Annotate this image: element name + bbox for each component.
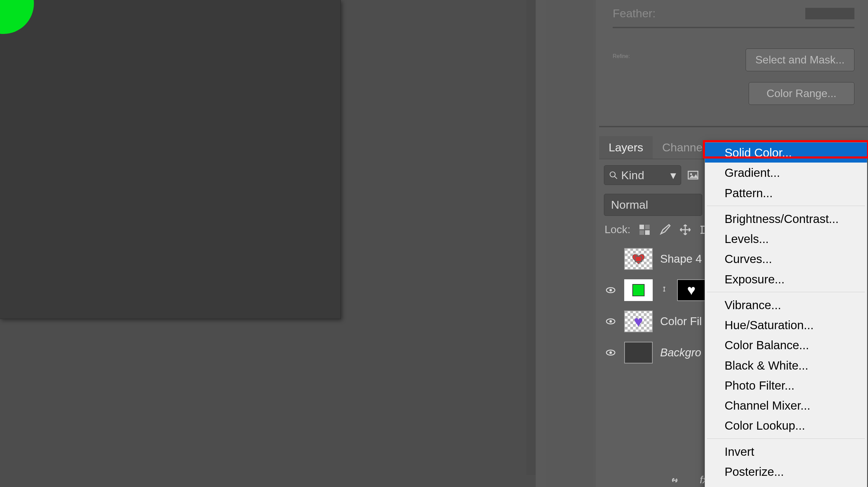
lock-transparency-icon[interactable]	[638, 224, 651, 236]
menu-item-brightness-contrast[interactable]: Brightness/Contrast...	[705, 209, 867, 229]
visibility-toggle[interactable]	[605, 346, 617, 359]
visibility-toggle[interactable]	[605, 315, 617, 327]
select-and-mask-button[interactable]: Select and Mask...	[746, 49, 854, 71]
chevron-down-icon: ▾	[670, 168, 676, 182]
svg-point-17	[609, 351, 612, 354]
visibility-toggle[interactable]	[605, 284, 617, 296]
layer-thumbnail[interactable]: ♥	[624, 311, 653, 332]
svg-rect-5	[645, 225, 650, 229]
layer-mask-thumbnail[interactable]: ♥	[677, 279, 706, 301]
menu-item-curves[interactable]: Curves...	[705, 249, 867, 269]
layer-name: Backgro	[660, 346, 701, 359]
canvas-area	[0, 0, 536, 487]
link-layers-icon[interactable]	[669, 474, 681, 486]
layer-thumbnail[interactable]	[624, 248, 653, 270]
canvas-green-shape	[0, 0, 34, 34]
layer-thumbnail[interactable]	[624, 342, 653, 363]
svg-point-3	[690, 173, 692, 175]
vertical-scrollbar[interactable]	[526, 0, 536, 475]
svg-point-15	[609, 320, 612, 323]
svg-rect-4	[639, 225, 644, 229]
filter-image-icon[interactable]	[687, 169, 699, 181]
heart-icon: ♥	[634, 312, 643, 331]
menu-item-posterize[interactable]: Posterize...	[705, 462, 867, 482]
menu-item-exposure[interactable]: Exposure...	[705, 269, 867, 289]
lock-brush-icon[interactable]	[659, 224, 671, 236]
layer-name: Color Fil	[660, 315, 702, 328]
layer-name: Shape 4	[660, 252, 702, 265]
heart-icon: ♥	[687, 282, 696, 298]
adjustment-layer-menu: Solid Color...Gradient...Pattern...Brigh…	[705, 142, 867, 487]
menu-item-channel-mixer[interactable]: Channel Mixer...	[705, 395, 867, 415]
color-range-button[interactable]: Color Range...	[749, 82, 854, 105]
menu-item-solid-color[interactable]: Solid Color...	[705, 143, 867, 163]
solid-color-swatch	[632, 284, 645, 296]
menu-item-color-balance[interactable]: Color Balance...	[705, 335, 867, 355]
blend-mode-select[interactable]: Normal	[604, 194, 702, 216]
menu-item-black-white[interactable]: Black & White...	[705, 355, 867, 375]
visibility-toggle[interactable]	[605, 253, 617, 265]
menu-item-threshold[interactable]: Threshold...	[705, 482, 867, 487]
search-icon	[609, 171, 618, 180]
svg-rect-7	[645, 230, 650, 235]
menu-divider	[707, 438, 865, 439]
menu-item-color-lookup[interactable]: Color Lookup...	[705, 415, 867, 435]
menu-item-hue-saturation[interactable]: Hue/Saturation...	[705, 315, 867, 335]
panel-gutter	[546, 0, 593, 487]
properties-panel: Feather: Refine: Select and Mask... Colo…	[599, 0, 868, 119]
svg-point-13	[609, 289, 612, 292]
menu-item-vibrance[interactable]: Vibrance...	[705, 295, 867, 315]
kind-label: Kind	[621, 169, 644, 182]
menu-divider	[707, 292, 865, 292]
svg-rect-6	[639, 230, 644, 235]
feather-label: Feather:	[613, 7, 805, 20]
menu-item-invert[interactable]: Invert	[705, 442, 867, 462]
feather-slider[interactable]	[613, 27, 854, 28]
lock-move-icon[interactable]	[679, 224, 691, 236]
tab-layers[interactable]: Layers	[599, 136, 653, 159]
svg-point-0	[610, 172, 615, 177]
lock-label: Lock:	[605, 223, 630, 236]
svg-line-1	[614, 176, 617, 179]
refine-label: Refine:	[613, 49, 746, 59]
menu-item-levels[interactable]: Levels...	[705, 229, 867, 249]
layer-filter-kind[interactable]: Kind ▾	[604, 165, 681, 185]
menu-divider	[707, 206, 865, 206]
mask-link-icon[interactable]	[660, 284, 670, 296]
document-canvas[interactable]	[0, 0, 341, 319]
layer-thumbnail[interactable]	[624, 279, 653, 301]
menu-item-pattern[interactable]: Pattern...	[705, 183, 867, 203]
feather-input[interactable]	[805, 8, 854, 19]
menu-item-gradient[interactable]: Gradient...	[705, 163, 867, 183]
menu-item-photo-filter[interactable]: Photo Filter...	[705, 375, 867, 395]
